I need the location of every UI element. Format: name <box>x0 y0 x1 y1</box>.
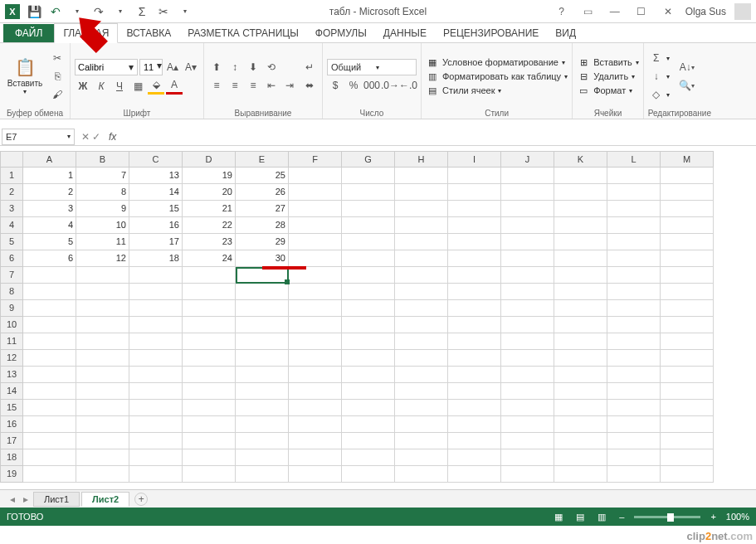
cell[interactable]: 7 <box>76 168 129 184</box>
cell[interactable] <box>448 350 501 367</box>
cell[interactable] <box>76 333 129 350</box>
cell[interactable] <box>395 250 448 267</box>
cell[interactable] <box>554 333 607 350</box>
cell[interactable] <box>661 433 714 449</box>
cell[interactable] <box>23 284 76 300</box>
cell[interactable] <box>183 317 236 333</box>
cell[interactable] <box>289 234 342 250</box>
cell[interactable] <box>607 416 661 433</box>
cell[interactable] <box>448 250 501 267</box>
cell[interactable] <box>236 416 289 433</box>
align-right-button[interactable]: ≡ <box>245 77 261 94</box>
cell[interactable] <box>554 168 607 184</box>
cell[interactable] <box>183 400 236 416</box>
cell[interactable] <box>501 267 554 284</box>
clear-button[interactable]: ◇ <box>648 86 665 103</box>
cell[interactable] <box>289 284 342 300</box>
cell[interactable] <box>554 201 607 217</box>
cell[interactable] <box>554 250 607 267</box>
cell[interactable] <box>342 201 395 217</box>
cell[interactable] <box>342 184 395 201</box>
cell[interactable] <box>448 433 501 449</box>
cell[interactable] <box>661 300 714 317</box>
cell[interactable] <box>129 400 183 416</box>
cell[interactable] <box>554 383 607 400</box>
cell[interactable] <box>23 367 76 383</box>
row-header[interactable]: 8 <box>0 284 23 300</box>
cell[interactable]: 19 <box>183 168 236 184</box>
cell[interactable] <box>395 217 448 234</box>
font-size-combo[interactable]: ▾ <box>139 59 163 75</box>
cell[interactable] <box>661 267 714 284</box>
cell[interactable] <box>661 400 714 416</box>
cell[interactable] <box>501 217 554 234</box>
cell[interactable] <box>342 234 395 250</box>
cell[interactable] <box>236 466 289 483</box>
cell[interactable] <box>76 284 129 300</box>
cell[interactable] <box>607 383 661 400</box>
cell[interactable] <box>661 168 714 184</box>
align-center-button[interactable]: ≡ <box>227 77 243 94</box>
column-header[interactable]: F <box>289 151 342 168</box>
row-header[interactable]: 15 <box>0 400 23 416</box>
cell[interactable]: 29 <box>236 234 289 250</box>
cell[interactable]: 14 <box>129 184 183 201</box>
cell[interactable] <box>607 466 661 483</box>
cell[interactable] <box>76 449 129 466</box>
cell[interactable] <box>23 416 76 433</box>
cell[interactable]: 30 <box>236 250 289 267</box>
format-painter-button[interactable]: 🖌 <box>49 86 66 103</box>
row-header[interactable]: 17 <box>0 433 23 449</box>
cell[interactable] <box>76 350 129 367</box>
row-header[interactable]: 18 <box>0 449 23 466</box>
cell[interactable] <box>448 284 501 300</box>
cell[interactable] <box>236 350 289 367</box>
cell[interactable] <box>23 383 76 400</box>
cell[interactable] <box>607 250 661 267</box>
cell[interactable] <box>183 333 236 350</box>
copy-button[interactable]: ⎘ <box>49 68 66 85</box>
redo-icon[interactable]: ↷ <box>90 2 108 21</box>
cell[interactable] <box>129 433 183 449</box>
cell[interactable] <box>607 184 661 201</box>
cell[interactable]: 5 <box>23 234 76 250</box>
cell[interactable] <box>395 234 448 250</box>
merge-button[interactable]: ⬌ <box>301 77 318 94</box>
increase-indent-button[interactable]: ⇥ <box>281 77 298 94</box>
align-left-button[interactable]: ≡ <box>208 77 225 94</box>
cell[interactable] <box>129 466 183 483</box>
cell[interactable] <box>661 466 714 483</box>
cell[interactable] <box>395 284 448 300</box>
cell[interactable] <box>448 383 501 400</box>
cell[interactable] <box>448 367 501 383</box>
cell[interactable] <box>607 350 661 367</box>
cell[interactable] <box>554 284 607 300</box>
cell[interactable] <box>129 383 183 400</box>
cell[interactable] <box>289 350 342 367</box>
cell[interactable] <box>607 284 661 300</box>
cell[interactable] <box>129 350 183 367</box>
cell[interactable] <box>129 267 183 284</box>
cell[interactable] <box>501 168 554 184</box>
name-box[interactable]: E7 ▾ <box>2 129 75 145</box>
sheet-tab-1[interactable]: Лист1 <box>33 492 80 507</box>
cell[interactable] <box>23 400 76 416</box>
cell[interactable] <box>607 317 661 333</box>
cell[interactable] <box>661 416 714 433</box>
tab-file[interactable]: ФАЙЛ <box>3 24 54 42</box>
page-break-view-icon[interactable]: ▥ <box>594 512 609 522</box>
cell[interactable] <box>554 217 607 234</box>
tab-review[interactable]: РЕЦЕНЗИРОВАНИЕ <box>435 24 547 42</box>
increase-decimal-button[interactable]: .0→ <box>382 77 398 94</box>
cell[interactable]: 12 <box>76 250 129 267</box>
qat-customize-icon[interactable]: ▾ <box>176 2 194 21</box>
cell[interactable] <box>501 184 554 201</box>
cell[interactable] <box>661 367 714 383</box>
cell[interactable] <box>183 383 236 400</box>
cell[interactable] <box>607 217 661 234</box>
format-as-table-button[interactable]: ▥Форматировать как таблицу▾ <box>426 70 568 83</box>
cell[interactable] <box>183 367 236 383</box>
cancel-formula-icon[interactable]: ✕ <box>81 131 90 143</box>
cell[interactable] <box>554 300 607 317</box>
cell[interactable] <box>448 184 501 201</box>
